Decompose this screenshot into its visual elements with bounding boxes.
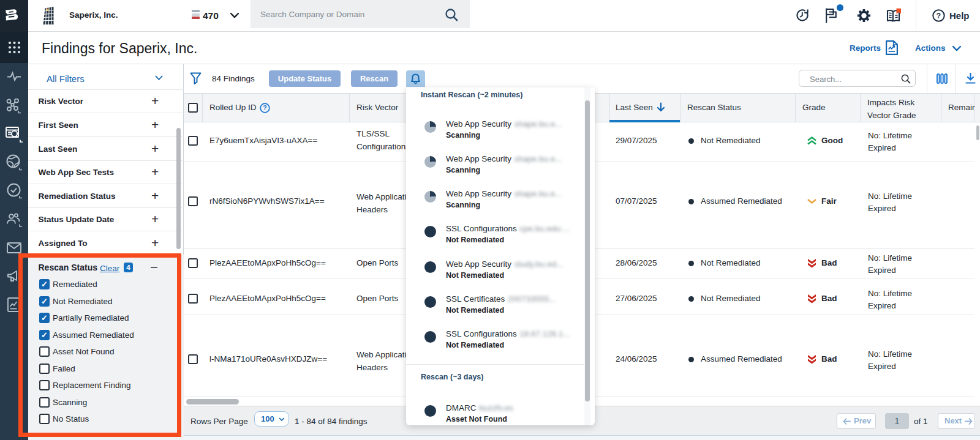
svg-text:?: ? bbox=[937, 12, 941, 20]
svg-text:?: ? bbox=[263, 104, 266, 111]
